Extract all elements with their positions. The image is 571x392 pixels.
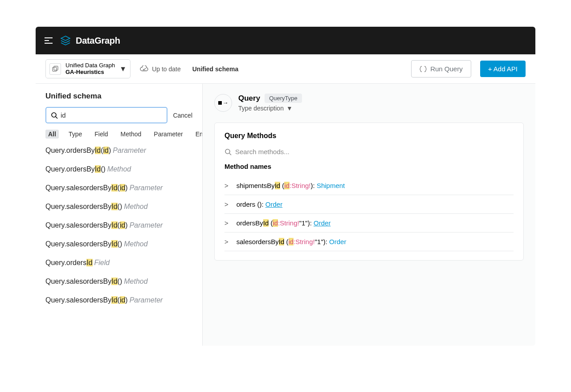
- return-type-link[interactable]: Order: [329, 238, 346, 245]
- cloud-check-icon: [139, 65, 148, 73]
- svg-point-2: [52, 113, 56, 117]
- methods-search-placeholder: Search methods...: [235, 148, 290, 155]
- search-result[interactable]: Query.ordersById()Method: [45, 165, 192, 173]
- methods-search[interactable]: Search methods...: [224, 148, 514, 155]
- search-cancel[interactable]: Cancel: [173, 112, 192, 119]
- svg-rect-0: [53, 67, 57, 71]
- sidebar-title: Unified schema: [45, 92, 192, 101]
- search-result[interactable]: Query.salesordersById()Method: [45, 278, 192, 286]
- return-type-link[interactable]: Order: [314, 219, 330, 227]
- expand-chevron-icon[interactable]: >: [224, 200, 228, 208]
- return-type-link[interactable]: Order: [265, 200, 282, 208]
- method-row: >salesordersById (id:String!"1"): Order: [224, 233, 514, 251]
- sidebar-search-input[interactable]: [61, 111, 162, 119]
- logo-mark-icon: [60, 35, 71, 46]
- search-result[interactable]: Query.ordersById(id)Parameter: [45, 147, 192, 155]
- filter-tab-type[interactable]: Type: [66, 130, 85, 139]
- search-result[interactable]: Query.salesordersById()Method: [45, 240, 192, 248]
- expand-chevron-icon[interactable]: >: [224, 238, 228, 245]
- expand-chevron-icon[interactable]: >: [224, 182, 228, 189]
- search-result[interactable]: Query.salesordersById(id)Parameter: [45, 296, 192, 304]
- filter-tab-all[interactable]: All: [45, 130, 59, 139]
- product-name: DataGraph: [76, 36, 120, 46]
- method-row: >shipmentsById (id:String!): Shipment: [224, 176, 514, 195]
- method-row: >orders (): Order: [224, 195, 514, 214]
- sync-status-text: Up to date: [152, 65, 181, 73]
- return-type-link[interactable]: Shipment: [317, 182, 345, 189]
- search-result[interactable]: Query.salesordersById(id)Parameter: [45, 184, 192, 192]
- chevron-down-icon: ▼: [286, 105, 293, 112]
- search-result[interactable]: Query.salesordersById(id)Parameter: [45, 221, 192, 229]
- graph-copy-icon: [49, 63, 61, 75]
- expand-chevron-icon[interactable]: >: [224, 219, 228, 227]
- search-result[interactable]: Query.ordersIdField: [45, 259, 192, 267]
- graph-selector[interactable]: Unified Data Graph GA-Heuristics ▼: [45, 59, 131, 79]
- run-query-button[interactable]: Run Query: [411, 60, 471, 78]
- svg-point-3: [225, 149, 230, 154]
- breadcrumb-schema: Unified schema: [192, 65, 238, 73]
- svg-rect-1: [54, 66, 58, 70]
- graph-name-line2: GA-Heuristics: [65, 69, 115, 76]
- methods-col-header: Method names: [224, 163, 514, 170]
- type-description-toggle[interactable]: Type description ▼: [238, 105, 302, 112]
- type-badge: QueryType: [265, 94, 302, 103]
- filter-tab-enum[interactable]: Enum: [193, 130, 203, 139]
- search-result[interactable]: Query.salesordersById()Method: [45, 203, 192, 211]
- query-type-icon: →: [214, 94, 232, 112]
- sync-status: Up to date: [139, 65, 181, 73]
- braces-icon: [420, 66, 427, 72]
- menu-icon[interactable]: [45, 37, 53, 44]
- type-name: Query: [238, 94, 260, 103]
- method-row: >ordersById (id:String!"1"): Order: [224, 214, 514, 233]
- search-icon: [51, 112, 58, 119]
- product-logo: DataGraph: [60, 35, 120, 46]
- graph-name-line1: Unified Data Graph: [65, 62, 115, 69]
- methods-card-title: Query Methods: [224, 132, 514, 140]
- filter-tab-method[interactable]: Method: [118, 130, 144, 139]
- add-api-button[interactable]: + Add API: [480, 61, 526, 77]
- filter-tab-parameter[interactable]: Parameter: [151, 130, 185, 139]
- filter-tab-field[interactable]: Field: [92, 130, 110, 139]
- sidebar-search[interactable]: [45, 107, 167, 123]
- chevron-down-icon: ▼: [119, 65, 126, 73]
- search-icon: [224, 148, 232, 155]
